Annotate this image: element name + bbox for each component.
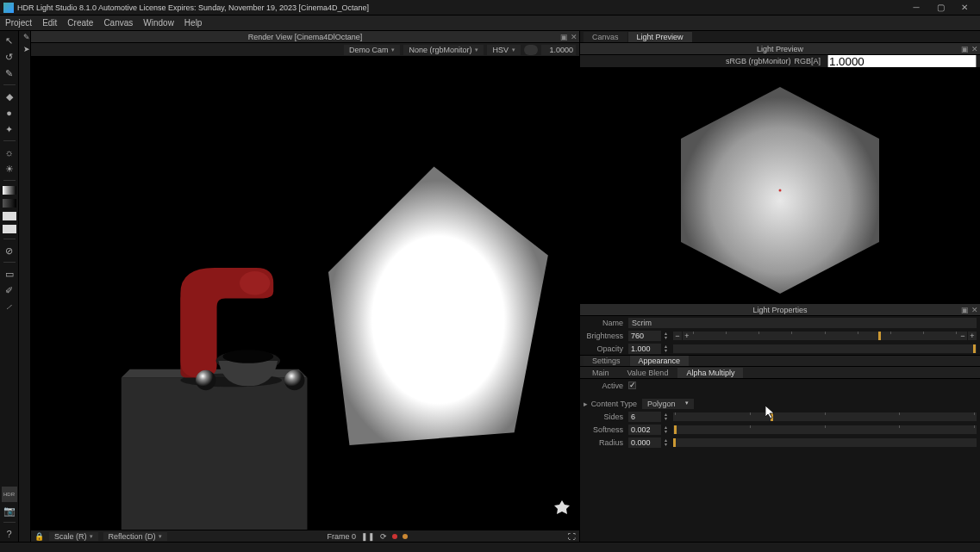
opacity-input[interactable]: 1.000	[628, 344, 661, 354]
titlebar: HDR Light Studio 8.1.0 Automotive Licens…	[0, 0, 980, 16]
radius-spinner[interactable]: ▴▾	[665, 438, 671, 447]
brightness-slider[interactable]	[691, 332, 958, 340]
tool-gradient1-icon[interactable]	[3, 186, 16, 195]
minimize-button[interactable]: ─	[904, 2, 928, 14]
active-checkbox[interactable]	[628, 381, 636, 389]
brightness-minus[interactable]: −	[673, 332, 682, 340]
tool-sphere-icon[interactable]: ●	[2, 105, 17, 121]
tool-cancel-icon[interactable]: ⊘	[2, 243, 17, 258]
svg-point-11	[779, 189, 782, 191]
preview-cs2-dropdown[interactable]: RGB[A]	[794, 57, 821, 65]
panel-undock-icon[interactable]: ▣	[560, 33, 568, 41]
exposure-input[interactable]	[541, 45, 576, 55]
brightness-input[interactable]: 760	[628, 331, 661, 341]
tool-brush-icon[interactable]: ✎	[2, 65, 17, 81]
tool-swatch1-icon[interactable]	[3, 212, 16, 220]
content-expand-icon[interactable]: ▸	[584, 400, 590, 408]
prop-sides-row: Sides 6 ▴▾	[580, 410, 980, 423]
close-button[interactable]: ✕	[952, 2, 977, 14]
preview-undock-icon[interactable]: ▣	[961, 45, 969, 53]
svg-marker-9	[328, 166, 548, 445]
pause-icon[interactable]: ❚❚	[361, 532, 375, 541]
softness-slider[interactable]	[673, 425, 977, 434]
tool-gradient2-icon[interactable]	[3, 199, 16, 208]
render-toolbar: Demo Cam None (rgbMonitor) HSV	[31, 43, 579, 57]
subtab-value-blend[interactable]: Value Blend	[619, 368, 677, 378]
footer-lock-icon[interactable]: 🔒	[34, 532, 44, 541]
radius-input[interactable]: 0.000	[628, 437, 661, 448]
reflection-dropdown[interactable]: Reflection (D)	[103, 532, 167, 541]
tab-canvas[interactable]: Canvas	[584, 32, 627, 42]
menu-help[interactable]: Help	[184, 18, 203, 28]
tool-edit-icon[interactable]: ✐	[2, 282, 17, 298]
menu-window[interactable]: Window	[143, 18, 174, 28]
tool-camera-icon[interactable]: 📷	[2, 503, 17, 518]
tab-light-preview[interactable]: Light Preview	[628, 32, 692, 42]
brightness-plus[interactable]: +	[683, 332, 691, 340]
preview-close-icon[interactable]: ✕	[971, 45, 978, 53]
props-close-icon[interactable]: ✕	[971, 306, 978, 314]
preview-viewport[interactable]	[580, 67, 980, 304]
softness-spinner[interactable]: ▴▾	[665, 425, 671, 434]
menu-edit[interactable]: Edit	[42, 18, 57, 28]
content-type-label: Content Type	[590, 400, 642, 408]
fullscreen-icon[interactable]: ⛶	[568, 532, 576, 541]
camera-dropdown[interactable]: Demo Cam	[344, 45, 401, 55]
brightness-label: Brightness	[584, 332, 628, 340]
tool-move-icon[interactable]: ↖	[2, 33, 17, 48]
tool-light2-icon[interactable]: ☀	[2, 161, 17, 177]
render-view-header: Render View [Cinema4DlOctane] ▣ ✕	[31, 31, 579, 43]
sides-input[interactable]: 6	[628, 412, 661, 422]
menu-project[interactable]: Project	[5, 18, 32, 28]
preview-cs1-dropdown[interactable]: sRGB (rgbMonitor)	[726, 57, 791, 65]
tool-light1-icon[interactable]: ☼	[2, 145, 17, 160]
menubar: Project Edit Create Canvas Window Help	[0, 16, 980, 31]
tool-crop-icon[interactable]: ▭	[2, 266, 17, 282]
tool-star-icon[interactable]: ✦	[2, 121, 17, 137]
refresh-icon[interactable]: ⟳	[380, 532, 387, 541]
svg-point-8	[284, 370, 305, 391]
tab-settings[interactable]: Settings	[584, 356, 629, 366]
panel-close-icon[interactable]: ✕	[571, 33, 577, 41]
status-dot-orange	[403, 534, 408, 539]
render-view-title: Render View [Cinema4DlOctane]	[248, 33, 362, 41]
monitor-dropdown[interactable]: None (rgbMonitor)	[403, 45, 484, 55]
maximize-button[interactable]: ▢	[928, 2, 952, 14]
tool-dropper-icon[interactable]: ⟋	[2, 299, 17, 314]
sides-slider[interactable]	[673, 412, 977, 421]
active-label: Active	[584, 381, 628, 390]
brightness-plus2[interactable]: +	[968, 332, 977, 340]
scale-dropdown[interactable]: Scale (R)	[49, 532, 98, 541]
tool-rotate-icon[interactable]: ↺	[2, 49, 17, 65]
content-type-dropdown[interactable]: Polygon▾	[642, 399, 694, 409]
exposure-eye-icon[interactable]	[524, 45, 538, 55]
opacity-spinner[interactable]: ▴▾	[665, 344, 671, 353]
opacity-slider[interactable]	[673, 344, 977, 353]
tool-swatch2-icon[interactable]	[3, 225, 16, 233]
svg-rect-0	[122, 378, 308, 530]
render-viewport[interactable]	[31, 57, 579, 530]
svg-point-6	[222, 350, 273, 363]
radius-slider[interactable]	[673, 438, 977, 447]
menu-canvas[interactable]: Canvas	[103, 18, 133, 28]
brightness-spinner[interactable]: ▴▾	[665, 332, 671, 340]
tool-box-icon[interactable]: ◆	[2, 89, 17, 104]
softness-input[interactable]: 0.002	[628, 425, 661, 435]
subtab-alpha-multiply[interactable]: Alpha Multiply	[677, 368, 743, 378]
prop-opacity-row: Opacity 1.000 ▴▾	[580, 342, 980, 355]
tool-hdr-button[interactable]: HDR	[2, 487, 17, 502]
softness-label: Softness	[584, 425, 628, 434]
sides-label: Sides	[584, 412, 628, 421]
tab-appearance[interactable]: Appearance	[630, 356, 690, 366]
render-footer: 🔒 Scale (R) Reflection (D) Frame 0 ❚❚ ⟳ …	[31, 530, 579, 542]
frame-label: Frame 0	[328, 532, 357, 541]
tool-help-icon[interactable]: ?	[2, 526, 17, 542]
brightness-minus2[interactable]: −	[958, 332, 967, 340]
props-undock-icon[interactable]: ▣	[961, 306, 969, 314]
name-input[interactable]: Scrim	[628, 318, 977, 328]
colorspace-dropdown[interactable]: HSV	[487, 45, 521, 55]
prop-active-row: Active	[580, 379, 980, 392]
subtab-main[interactable]: Main	[584, 368, 618, 378]
sides-spinner[interactable]: ▴▾	[665, 412, 671, 421]
menu-create[interactable]: Create	[67, 18, 93, 28]
